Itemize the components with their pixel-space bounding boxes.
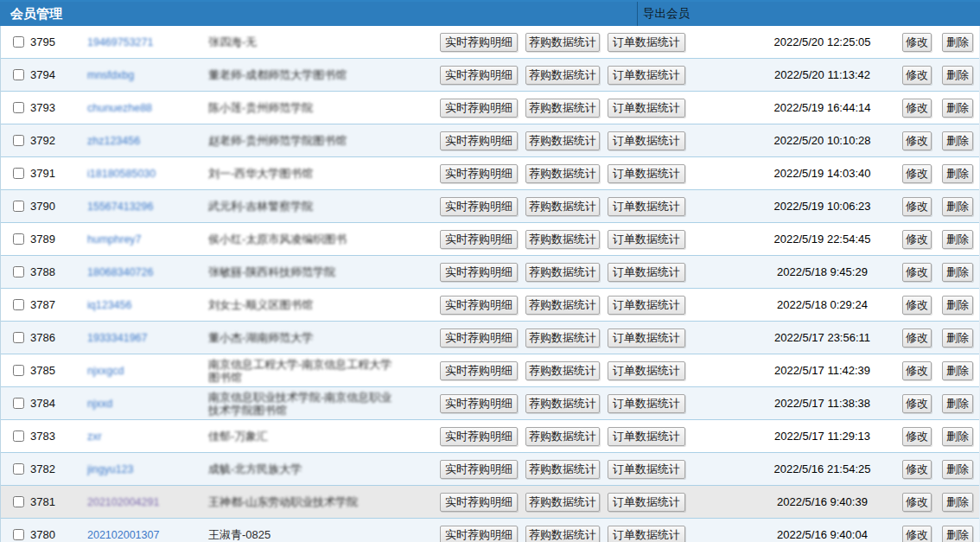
delete-button[interactable]: 删除 bbox=[942, 197, 973, 216]
recommend-stats-button[interactable]: 荐购数据统计 bbox=[525, 197, 600, 216]
realtime-detail-button[interactable]: 实时荐购明细 bbox=[440, 230, 518, 249]
order-stats-button[interactable]: 订单数据统计 bbox=[608, 394, 685, 413]
row-checkbox[interactable] bbox=[13, 299, 24, 310]
delete-button[interactable]: 删除 bbox=[942, 328, 973, 348]
recommend-stats-button[interactable]: 荐购数据统计 bbox=[525, 131, 600, 150]
order-stats-button[interactable]: 订单数据统计 bbox=[608, 427, 685, 446]
modify-button[interactable]: 修改 bbox=[902, 33, 932, 52]
order-stats-button[interactable]: 订单数据统计 bbox=[608, 526, 685, 542]
recommend-stats-button[interactable]: 荐购数据统计 bbox=[525, 394, 600, 413]
delete-button[interactable]: 删除 bbox=[942, 296, 973, 315]
modify-button[interactable]: 修改 bbox=[902, 361, 932, 380]
row-checkbox[interactable] bbox=[13, 398, 24, 409]
username-link[interactable]: iq123456 bbox=[87, 299, 207, 311]
realtime-detail-button[interactable]: 实时荐购明细 bbox=[440, 493, 518, 512]
realtime-detail-button[interactable]: 实时荐购明细 bbox=[440, 66, 518, 85]
order-stats-button[interactable]: 订单数据统计 bbox=[608, 33, 685, 52]
recommend-stats-button[interactable]: 荐购数据统计 bbox=[525, 66, 600, 85]
username-link[interactable]: zxr bbox=[87, 430, 207, 443]
username-link[interactable]: i18180585030 bbox=[87, 168, 207, 180]
realtime-detail-button[interactable]: 实时荐购明细 bbox=[440, 33, 518, 52]
row-checkbox[interactable] bbox=[13, 135, 24, 146]
recommend-stats-button[interactable]: 荐购数据统计 bbox=[525, 230, 600, 249]
realtime-detail-button[interactable]: 实时荐购明细 bbox=[440, 460, 518, 479]
modify-button[interactable]: 修改 bbox=[902, 427, 932, 446]
order-stats-button[interactable]: 订单数据统计 bbox=[608, 361, 685, 380]
delete-button[interactable]: 删除 bbox=[942, 66, 973, 85]
row-checkbox[interactable] bbox=[13, 496, 24, 507]
modify-button[interactable]: 修改 bbox=[902, 197, 932, 216]
row-checkbox[interactable] bbox=[13, 233, 24, 245]
row-checkbox[interactable] bbox=[13, 36, 24, 48]
recommend-stats-button[interactable]: 荐购数据统计 bbox=[525, 33, 600, 52]
row-checkbox[interactable] bbox=[13, 266, 24, 277]
recommend-stats-button[interactable]: 荐购数据统计 bbox=[525, 99, 600, 118]
recommend-stats-button[interactable]: 荐购数据统计 bbox=[525, 263, 600, 282]
username-link[interactable]: njxxgcd bbox=[87, 365, 207, 377]
realtime-detail-button[interactable]: 实时荐购明细 bbox=[440, 427, 518, 446]
modify-button[interactable]: 修改 bbox=[902, 526, 932, 542]
delete-button[interactable]: 删除 bbox=[942, 427, 973, 446]
delete-button[interactable]: 删除 bbox=[942, 33, 973, 52]
recommend-stats-button[interactable]: 荐购数据统计 bbox=[525, 296, 600, 315]
order-stats-button[interactable]: 订单数据统计 bbox=[608, 197, 685, 216]
order-stats-button[interactable]: 订单数据统计 bbox=[608, 328, 685, 348]
username-link[interactable]: 18068340726 bbox=[87, 266, 207, 278]
username-link[interactable]: 202102001307 bbox=[87, 529, 207, 541]
row-checkbox[interactable] bbox=[13, 102, 24, 113]
delete-button[interactable]: 删除 bbox=[942, 493, 973, 512]
modify-button[interactable]: 修改 bbox=[902, 131, 932, 150]
order-stats-button[interactable]: 订单数据统计 bbox=[608, 66, 685, 85]
modify-button[interactable]: 修改 bbox=[902, 296, 932, 315]
username-link[interactable]: 15567413296 bbox=[87, 201, 207, 213]
modify-button[interactable]: 修改 bbox=[902, 263, 932, 282]
delete-button[interactable]: 删除 bbox=[942, 164, 973, 183]
recommend-stats-button[interactable]: 荐购数据统计 bbox=[525, 493, 600, 512]
username-link[interactable]: 202102004291 bbox=[87, 496, 207, 508]
delete-button[interactable]: 删除 bbox=[942, 99, 973, 118]
delete-button[interactable]: 删除 bbox=[942, 131, 973, 150]
modify-button[interactable]: 修改 bbox=[902, 394, 932, 413]
username-link[interactable]: chunuezhe88 bbox=[87, 102, 207, 114]
order-stats-button[interactable]: 订单数据统计 bbox=[608, 164, 685, 183]
realtime-detail-button[interactable]: 实时荐购明细 bbox=[440, 328, 518, 348]
modify-button[interactable]: 修改 bbox=[902, 328, 932, 348]
row-checkbox[interactable] bbox=[13, 463, 24, 475]
modify-button[interactable]: 修改 bbox=[902, 66, 932, 85]
order-stats-button[interactable]: 订单数据统计 bbox=[608, 460, 685, 479]
delete-button[interactable]: 删除 bbox=[942, 263, 973, 282]
recommend-stats-button[interactable]: 荐购数据统计 bbox=[525, 164, 600, 183]
realtime-detail-button[interactable]: 实时荐购明细 bbox=[440, 99, 518, 118]
username-link[interactable]: njxxd bbox=[87, 398, 207, 410]
order-stats-button[interactable]: 订单数据统计 bbox=[608, 493, 685, 512]
recommend-stats-button[interactable]: 荐购数据统计 bbox=[525, 460, 600, 479]
realtime-detail-button[interactable]: 实时荐购明细 bbox=[440, 263, 518, 282]
recommend-stats-button[interactable]: 荐购数据统计 bbox=[525, 526, 600, 542]
delete-button[interactable]: 删除 bbox=[942, 230, 973, 249]
recommend-stats-button[interactable]: 荐购数据统计 bbox=[525, 361, 600, 380]
realtime-detail-button[interactable]: 实时荐购明细 bbox=[440, 394, 518, 413]
username-link[interactable]: zhz123456 bbox=[87, 135, 207, 147]
row-checkbox[interactable] bbox=[13, 168, 24, 179]
modify-button[interactable]: 修改 bbox=[902, 460, 932, 479]
realtime-detail-button[interactable]: 实时荐购明细 bbox=[440, 526, 518, 542]
realtime-detail-button[interactable]: 实时荐购明细 bbox=[440, 296, 518, 315]
order-stats-button[interactable]: 订单数据统计 bbox=[608, 263, 685, 282]
row-checkbox[interactable] bbox=[13, 69, 24, 80]
username-link[interactable]: jingyu123 bbox=[87, 463, 207, 475]
delete-button[interactable]: 删除 bbox=[942, 394, 973, 413]
delete-button[interactable]: 删除 bbox=[942, 361, 973, 380]
order-stats-button[interactable]: 订单数据统计 bbox=[608, 296, 685, 315]
realtime-detail-button[interactable]: 实时荐购明细 bbox=[440, 361, 518, 380]
recommend-stats-button[interactable]: 荐购数据统计 bbox=[525, 427, 600, 446]
username-link[interactable]: 1933341967 bbox=[87, 332, 207, 344]
modify-button[interactable]: 修改 bbox=[902, 230, 932, 249]
username-link[interactable]: 19469753271 bbox=[87, 36, 207, 48]
username-link[interactable]: humphrey7 bbox=[87, 233, 207, 245]
order-stats-button[interactable]: 订单数据统计 bbox=[608, 99, 685, 118]
row-checkbox[interactable] bbox=[13, 365, 24, 376]
modify-button[interactable]: 修改 bbox=[902, 493, 932, 512]
order-stats-button[interactable]: 订单数据统计 bbox=[608, 131, 685, 150]
modify-button[interactable]: 修改 bbox=[902, 99, 932, 118]
row-checkbox[interactable] bbox=[13, 430, 24, 442]
